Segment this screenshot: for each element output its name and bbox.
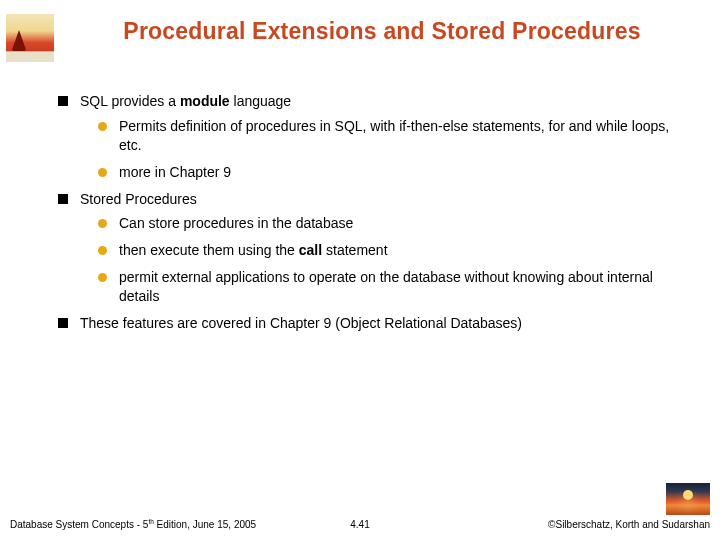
text-fragment: statement: [322, 242, 387, 258]
bullet-text: then execute them using the call stateme…: [119, 241, 686, 260]
slide-number: 4.41: [350, 519, 369, 530]
bullet-level1: SQL provides a module language Permits d…: [58, 92, 686, 182]
bullet-text: permit external applications to operate …: [119, 268, 686, 306]
bullet-level1: Stored Procedures Can store procedures i…: [58, 190, 686, 306]
slide-title: Procedural Extensions and Stored Procedu…: [54, 14, 710, 45]
dot-bullet-icon: [98, 219, 107, 228]
text-bold: module: [180, 93, 230, 109]
sailboat-icon: [6, 14, 54, 62]
dot-bullet-icon: [98, 246, 107, 255]
bullet-text: SQL provides a module language: [80, 92, 686, 111]
slide-body: SQL provides a module language Permits d…: [0, 62, 720, 333]
text-fragment: then execute them using the: [119, 242, 299, 258]
bullet-level2: permit external applications to operate …: [98, 268, 686, 306]
footer-right: ©Silberschatz, Korth and Sudarshan: [548, 483, 710, 530]
slide-footer: Database System Concepts - 5th Edition, …: [0, 483, 720, 530]
copyright-text: ©Silberschatz, Korth and Sudarshan: [548, 519, 710, 530]
bullet-text: These features are covered in Chapter 9 …: [80, 314, 686, 333]
slide-header: Procedural Extensions and Stored Procedu…: [0, 0, 720, 62]
bullet-level1: These features are covered in Chapter 9 …: [58, 314, 686, 333]
bullet-text: more in Chapter 9: [119, 163, 686, 182]
bullet-level2: more in Chapter 9: [98, 163, 686, 182]
bullet-level2: then execute them using the call stateme…: [98, 241, 686, 260]
text-bold: call: [299, 242, 322, 258]
square-bullet-icon: [58, 318, 68, 328]
dot-bullet-icon: [98, 122, 107, 131]
dot-bullet-icon: [98, 273, 107, 282]
text-fragment: SQL provides a: [80, 93, 180, 109]
text-fragment: Database System Concepts - 5: [10, 519, 148, 530]
text-fragment: Edition, June 15, 2005: [154, 519, 256, 530]
square-bullet-icon: [58, 194, 68, 204]
bullet-text: Permits definition of procedures in SQL,…: [119, 117, 686, 155]
slide: Procedural Extensions and Stored Procedu…: [0, 0, 720, 540]
bullet-level2: Can store procedures in the database: [98, 214, 686, 233]
text-fragment: language: [230, 93, 292, 109]
square-bullet-icon: [58, 96, 68, 106]
bullet-level2: Permits definition of procedures in SQL,…: [98, 117, 686, 155]
dot-bullet-icon: [98, 168, 107, 177]
bullet-text: Can store procedures in the database: [119, 214, 686, 233]
bullet-text: Stored Procedures: [80, 190, 686, 209]
footer-left: Database System Concepts - 5th Edition, …: [10, 518, 256, 530]
sunset-icon: [666, 483, 710, 515]
